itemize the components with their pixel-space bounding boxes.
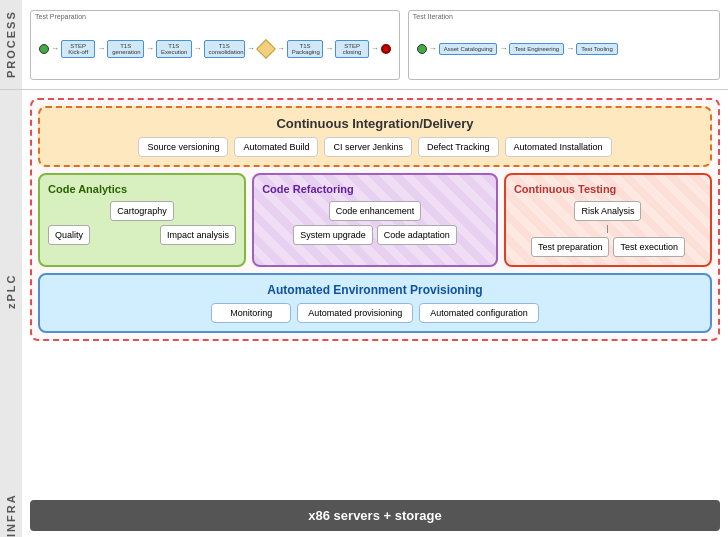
flow-start-small bbox=[417, 44, 427, 54]
zplc-label: zPLC bbox=[0, 90, 22, 493]
env-block: Automated Environment Provisioning Monit… bbox=[38, 273, 712, 333]
flow-diamond bbox=[256, 39, 276, 59]
tree-vertical-line bbox=[607, 225, 608, 233]
ci-items: Source versioning Automated Build CI ser… bbox=[50, 137, 700, 157]
refactor-top: Code enhancement bbox=[329, 201, 422, 221]
ci-title: Continuous Integration/Delivery bbox=[50, 116, 700, 131]
process-diagram-label: Test Preparation bbox=[35, 13, 86, 20]
impact-box: Impact analysis bbox=[160, 225, 236, 245]
testing-title: Continuous Testing bbox=[514, 183, 702, 195]
code-enhancement-box: Code enhancement bbox=[329, 201, 422, 221]
process-diagram-small: Test Iteration → Asset Cataloguing → Tes… bbox=[408, 10, 720, 80]
env-provisioning: Automated provisioning bbox=[297, 303, 413, 323]
dashed-outer-container: Continuous Integration/Delivery Source v… bbox=[30, 98, 720, 341]
refactor-bottom: System upgrade Code adaptation bbox=[293, 225, 457, 245]
analytics-bottom: Quality Impact analysis bbox=[48, 225, 236, 245]
process-label: PROCESS bbox=[0, 0, 22, 89]
analytics-title: Code Analytics bbox=[48, 183, 236, 195]
flow-box-1: STEP Kick-off bbox=[61, 40, 95, 58]
quality-box: Quality bbox=[48, 225, 90, 245]
flow-box-s1: Asset Cataloguing bbox=[439, 43, 498, 55]
ci-item-4: Defect Tracking bbox=[418, 137, 499, 157]
infra-row: INFRA x86 servers + storage bbox=[0, 493, 728, 537]
testing-block: Continuous Testing Risk Analysis Test pr… bbox=[504, 173, 712, 267]
main-inner: Continuous Integration/Delivery Source v… bbox=[22, 90, 728, 493]
flow-start-circle bbox=[39, 44, 49, 54]
env-items: Monitoring Automated provisioning Automa… bbox=[50, 303, 700, 323]
process-content: Test Preparation → STEP Kick-off → T1S g… bbox=[22, 0, 728, 89]
code-adaptation-box: Code adaptation bbox=[377, 225, 457, 245]
flow-box-s3: Test Tooling bbox=[576, 43, 618, 55]
ci-item-2: Automated Build bbox=[234, 137, 318, 157]
refactor-title: Code Refactoring bbox=[262, 183, 488, 195]
flow-end-circle bbox=[381, 44, 391, 54]
testing-bottom: Test preparation Test execution bbox=[531, 237, 685, 257]
flow-box-2: T1S generation bbox=[107, 40, 144, 58]
flow-box-s2: Test Engineering bbox=[509, 43, 564, 55]
risk-analysis-box: Risk Analysis bbox=[574, 201, 641, 221]
infra-box: x86 servers + storage bbox=[30, 500, 720, 531]
flow-box-6: STEP closing bbox=[335, 40, 368, 58]
flow-boxes: → STEP Kick-off → T1S generation → T1S E… bbox=[39, 40, 391, 58]
process-diagram-small-label: Test Iteration bbox=[413, 13, 453, 20]
infra-label: INFRA bbox=[0, 493, 22, 537]
refactor-items: Code enhancement System upgrade Code ada… bbox=[262, 201, 488, 245]
env-monitoring: Monitoring bbox=[211, 303, 291, 323]
env-configuration: Automated configuration bbox=[419, 303, 539, 323]
flow-box-5: T1S Packaging bbox=[287, 40, 324, 58]
testing-items: Risk Analysis Test preparation Test exec… bbox=[514, 201, 702, 257]
cartography-box: Cartography bbox=[110, 201, 174, 221]
middle-panels-row: Code Analytics Cartography Quality Impac… bbox=[38, 173, 712, 267]
flow-box-3: T1S Execution bbox=[156, 40, 192, 58]
analytics-block: Code Analytics Cartography Quality Impac… bbox=[38, 173, 246, 267]
infra-content: x86 servers + storage bbox=[22, 493, 728, 537]
analytics-items: Cartography Quality Impact analysis bbox=[48, 201, 236, 245]
ci-item-1: Source versioning bbox=[138, 137, 228, 157]
process-row: PROCESS Test Preparation → STEP Kick-off… bbox=[0, 0, 728, 90]
system-upgrade-box: System upgrade bbox=[293, 225, 373, 245]
process-diagram-main: Test Preparation → STEP Kick-off → T1S g… bbox=[30, 10, 400, 80]
flow-boxes-small: → Asset Cataloguing → Test Engineering →… bbox=[417, 43, 618, 55]
main-content-area: zPLC Continuous Integration/Delivery Sou… bbox=[0, 90, 728, 493]
testing-top: Risk Analysis bbox=[574, 201, 641, 221]
ci-item-3: CI server Jenkins bbox=[324, 137, 412, 157]
ci-item-5: Automated Installation bbox=[505, 137, 612, 157]
refactor-block: Code Refactoring Code enhancement System… bbox=[252, 173, 498, 267]
main-wrapper: PROCESS Test Preparation → STEP Kick-off… bbox=[0, 0, 728, 537]
ci-block: Continuous Integration/Delivery Source v… bbox=[38, 106, 712, 167]
flow-box-4: T1S consolidation bbox=[204, 40, 245, 58]
test-preparation-box: Test preparation bbox=[531, 237, 610, 257]
env-title: Automated Environment Provisioning bbox=[50, 283, 700, 297]
analytics-top: Cartography bbox=[48, 201, 236, 221]
test-execution-box: Test execution bbox=[613, 237, 685, 257]
